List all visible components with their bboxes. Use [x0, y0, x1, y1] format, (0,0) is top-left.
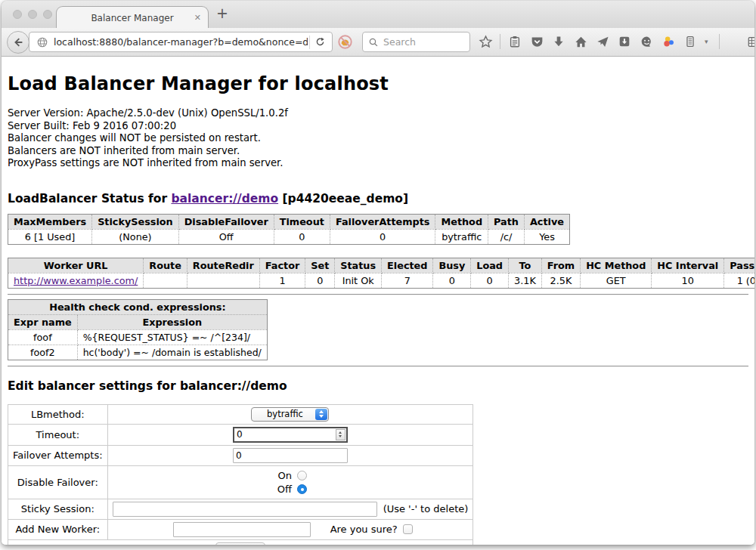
- lbmethod-label: LBmethod:: [8, 404, 108, 424]
- table-row: 6 [1 Used] (None) Off 0 0 bytraffic /c/ …: [8, 229, 570, 244]
- reading-list-icon[interactable]: [507, 34, 522, 49]
- table-row: foof %{REQUEST_STATUS} =~ /^[234]/: [8, 329, 268, 345]
- health-check-table: Health check cond. expressions: Expr nam…: [8, 299, 268, 360]
- balancer-status-table: MaxMembers StickySession DisableFailover…: [8, 214, 570, 245]
- add-worker-input[interactable]: [173, 522, 311, 537]
- toolbar-separator-2: [719, 34, 720, 49]
- server-built-line: Server Built: Feb 9 2016 07:00:20: [8, 120, 748, 133]
- toolbar-separator: [500, 34, 500, 49]
- urlbar-separator: [309, 36, 310, 49]
- submit-button[interactable]: Submit: [215, 542, 266, 545]
- table-header-row: Expr name Expression: [8, 314, 268, 329]
- bookmark-star-icon[interactable]: [478, 34, 493, 49]
- form-row-disable-failover: Disable Failover: On Off: [8, 465, 473, 499]
- disable-failover-off-radio[interactable]: [297, 484, 307, 494]
- are-you-sure-label: Are you sure?: [330, 524, 398, 535]
- download-icon[interactable]: [551, 34, 566, 49]
- search-icon: [368, 37, 379, 48]
- save-page-icon[interactable]: [617, 34, 632, 49]
- disable-failover-on-radio[interactable]: [297, 471, 307, 480]
- new-tab-button[interactable]: +: [216, 5, 228, 21]
- url-bar[interactable]: localhost:8880/balancer-manager?b=demo&n…: [29, 32, 333, 52]
- search-bar[interactable]: [362, 32, 470, 52]
- lbmethod-selected-value: bytraffic: [267, 409, 303, 419]
- form-row-failover-attempts: Failover Attempts:: [8, 445, 473, 465]
- sticky-session-label: Sticky Session:: [8, 499, 108, 519]
- reload-icon[interactable]: [314, 36, 326, 48]
- minimize-window-button[interactable]: [28, 10, 37, 19]
- overflow-caret-icon[interactable]: ▾: [705, 38, 712, 45]
- page-content: Load Balancer Manager for localhost Serv…: [2, 57, 754, 545]
- timeout-input[interactable]: [234, 429, 336, 440]
- globe-icon[interactable]: [36, 36, 48, 48]
- health-table-title: Health check cond. expressions:: [8, 299, 268, 314]
- inherit-note-line: Balancers are NOT inherited from main se…: [8, 145, 748, 158]
- sidebar-grid-icon[interactable]: [747, 34, 754, 49]
- table-row: foof2 hc('body') =~ /domain is establish…: [8, 345, 268, 360]
- extensions-dots-icon[interactable]: [661, 34, 676, 49]
- table-title-row: Health check cond. expressions:: [8, 299, 268, 314]
- worker-table: Worker URL Route RouteRedir Factor Set S…: [8, 258, 754, 289]
- edit-settings-heading: Edit balancer settings for balancer://de…: [8, 379, 748, 393]
- loadbalancer-status-heading: LoadBalancer Status for balancer://demo …: [8, 192, 748, 205]
- table-header-row: Worker URL Route RouteRedir Factor Set S…: [8, 258, 755, 273]
- form-row-add-worker: Add New Worker: Are you sure?: [8, 519, 473, 539]
- home-icon[interactable]: [573, 34, 588, 49]
- table-header-row: MaxMembers StickySession DisableFailover…: [8, 214, 570, 229]
- send-icon[interactable]: [595, 34, 610, 49]
- sticky-session-hint: (Use '-' to delete): [377, 503, 469, 514]
- content-block-icon[interactable]: [337, 34, 353, 50]
- sticky-session-input[interactable]: [113, 502, 377, 517]
- window-controls: [13, 10, 52, 19]
- failover-attempts-label: Failover Attempts:: [8, 445, 108, 465]
- edit-balancer-form: LBmethod: bytraffic Timeout:: [8, 404, 473, 545]
- table-row: http://www.example.com/ 1 0 Init Ok 7 0 …: [8, 273, 755, 288]
- radio-off-label: Off: [274, 484, 292, 495]
- nav-toolbar: localhost:8880/balancer-manager?b=demo&n…: [2, 28, 754, 57]
- search-input[interactable]: [383, 36, 469, 48]
- divider: [8, 366, 748, 367]
- form-row-sticky-session: Sticky Session: (Use '-' to delete): [8, 499, 473, 519]
- tab-close-icon[interactable]: ✕: [194, 13, 201, 23]
- balancer-demo-link[interactable]: balancer://demo: [171, 192, 278, 205]
- worker-url-link[interactable]: http://www.example.com/: [14, 275, 138, 286]
- disable-failover-label: Disable Failover:: [8, 465, 108, 499]
- back-button[interactable]: [7, 31, 29, 54]
- form-row-lbmethod: LBmethod: bytraffic: [8, 404, 473, 424]
- pocket-icon[interactable]: [529, 34, 544, 49]
- server-info: Server Version: Apache/2.5.0-dev (Unix) …: [8, 107, 748, 170]
- failover-attempts-input[interactable]: [233, 448, 348, 463]
- browser-window: Balancer Manager ✕ + localhost:8880/bala…: [2, 1, 754, 545]
- timeout-field[interactable]: [233, 427, 348, 443]
- timeout-label: Timeout:: [8, 424, 108, 445]
- form-row-submit: Submit: [8, 539, 473, 545]
- url-text[interactable]: localhost:8880/balancer-manager?b=demo&n…: [54, 36, 308, 48]
- page-title: Load Balancer Manager for localhost: [8, 73, 748, 94]
- chat-smiley-icon[interactable]: [639, 34, 654, 49]
- are-you-sure-checkbox[interactable]: [403, 524, 413, 534]
- tab-balancer-manager[interactable]: Balancer Manager ✕: [56, 6, 209, 29]
- form-row-timeout: Timeout:: [8, 424, 473, 445]
- tab-title: Balancer Manager: [91, 13, 173, 23]
- proxypass-note-line: ProxyPass settings are NOT inherited fro…: [8, 157, 748, 170]
- persist-note-line: Balancer changes will NOT be persisted o…: [8, 132, 748, 145]
- lbmethod-select[interactable]: bytraffic: [251, 407, 329, 422]
- server-version-line: Server Version: Apache/2.5.0-dev (Unix) …: [8, 107, 748, 120]
- back-icon: [11, 36, 25, 49]
- toolbar-icons: ▾: [478, 34, 754, 49]
- radio-on-label: On: [274, 470, 292, 481]
- zoom-window-button[interactable]: [43, 10, 52, 19]
- divider: [8, 294, 748, 295]
- close-window-button[interactable]: [13, 10, 22, 19]
- add-worker-label: Add New Worker:: [8, 519, 108, 539]
- number-spinner-icon[interactable]: [336, 429, 345, 440]
- clipboard-manager-icon[interactable]: [683, 34, 698, 49]
- menu-icon[interactable]: [727, 34, 740, 49]
- select-stepper-icon: [315, 409, 327, 420]
- tab-bar: Balancer Manager ✕ +: [2, 1, 754, 28]
